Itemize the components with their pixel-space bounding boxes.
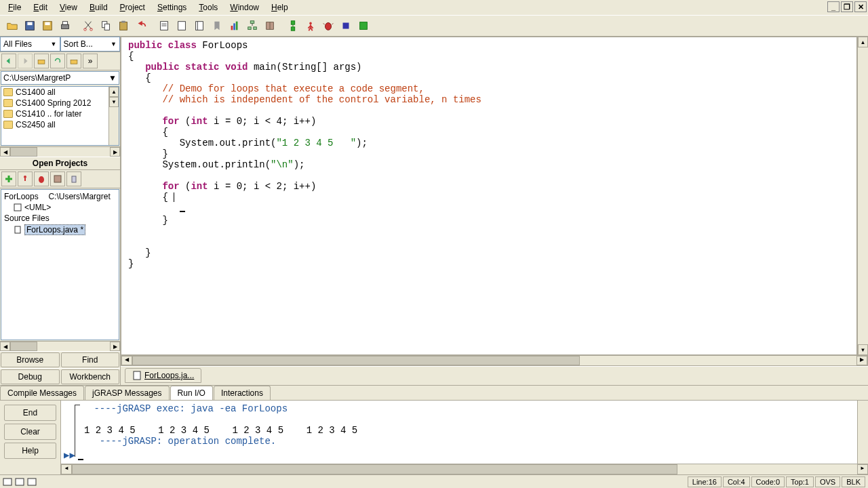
svg-rect-16 — [196, 22, 203, 30]
menu-build[interactable]: Build — [84, 1, 113, 14]
end-button[interactable]: End — [4, 405, 56, 421]
debug-button[interactable]: Debug — [1, 369, 60, 384]
folder-item[interactable]: CS2450 all — [1, 119, 119, 130]
nav-home-button[interactable] — [66, 54, 81, 68]
status-line: Line:16 — [688, 476, 722, 487]
folder-vscroll[interactable]: ▲▼ — [108, 87, 119, 145]
undo-icon[interactable] — [133, 18, 149, 34]
svg-rect-45 — [54, 176, 61, 182]
output-console[interactable]: ----jGRASP exec: java -ea ForLoops 1 2 3… — [61, 401, 868, 474]
book-icon[interactable] — [262, 18, 278, 34]
applet-icon[interactable] — [355, 18, 372, 34]
project-tree: ForLoops C:\Users\Margret <UML> Source F… — [1, 189, 119, 340]
uml-node[interactable]: <UML> — [3, 202, 117, 213]
bargraph-icon[interactable] — [226, 18, 243, 34]
editor-vscroll[interactable]: ▲▼ — [857, 37, 868, 355]
paste-icon[interactable] — [115, 18, 132, 34]
editor-hscroll[interactable]: ◀▶ — [121, 355, 868, 366]
tab-runio[interactable]: Run I/O — [170, 386, 213, 400]
proj-run-icon[interactable] — [18, 171, 33, 186]
svg-rect-39 — [360, 22, 368, 30]
svg-rect-27 — [291, 27, 294, 30]
debug-icon[interactable] — [320, 18, 336, 34]
code-editor[interactable]: public class ForLoops { public static vo… — [121, 37, 857, 355]
workbench-button[interactable]: Workbench — [61, 369, 120, 384]
bookmark-icon[interactable] — [209, 18, 225, 34]
save-icon[interactable] — [22, 18, 38, 34]
status-icon-1[interactable] — [3, 477, 14, 487]
new-file-icon[interactable] — [174, 18, 190, 34]
open-icon[interactable] — [4, 18, 20, 34]
open-projects-header: Open Projects — [0, 157, 120, 170]
source-file[interactable]: ForLoops.java * — [3, 224, 117, 236]
proj-debug-icon[interactable] — [34, 171, 49, 186]
svg-point-42 — [24, 176, 26, 178]
status-ovs: OVS — [815, 476, 840, 487]
svg-point-29 — [309, 22, 312, 25]
text-cursor — [180, 203, 185, 212]
nav-more-button[interactable]: » — [83, 54, 98, 68]
clear-button[interactable]: Clear — [4, 424, 56, 440]
menu-view[interactable]: View — [54, 1, 83, 14]
flowchart-icon[interactable] — [244, 18, 260, 34]
menu-file[interactable]: File — [3, 1, 26, 14]
run-icon[interactable] — [302, 18, 319, 34]
proj-jar-icon[interactable] — [66, 171, 81, 186]
nav-refresh-button[interactable] — [50, 54, 65, 68]
menu-help[interactable]: Help — [266, 1, 294, 14]
minimize-button[interactable]: _ — [827, 1, 840, 12]
status-col: Col:4 — [723, 476, 750, 487]
output-vscroll[interactable] — [857, 401, 868, 464]
tab-compile[interactable]: Compile Messages — [0, 386, 84, 400]
menu-project[interactable]: Project — [115, 1, 151, 14]
compile-icon[interactable] — [285, 18, 301, 34]
print-icon[interactable] — [57, 18, 73, 34]
menu-window[interactable]: Window — [224, 1, 264, 14]
svg-point-35 — [326, 23, 332, 30]
help-button[interactable]: Help — [4, 443, 56, 459]
folder-item[interactable]: CS1410 .. for later — [1, 108, 119, 119]
menu-edit[interactable]: Edit — [28, 1, 53, 14]
svg-rect-15 — [178, 22, 186, 30]
find-button[interactable]: Find — [61, 352, 120, 367]
sort-dropdown[interactable]: Sort B...▼ — [60, 37, 121, 52]
browse-button[interactable]: Browse — [1, 352, 60, 367]
bottom-tabs: Compile Messages jGRASP Messages Run I/O… — [0, 385, 868, 400]
nav-up-button[interactable] — [34, 54, 49, 68]
path-dropdown[interactable]: C:\Users\MargretP▼ — [1, 71, 119, 85]
svg-rect-41 — [71, 60, 77, 64]
nav-forward-button[interactable] — [18, 54, 33, 68]
project-root[interactable]: ForLoops C:\Users\Margret — [3, 191, 117, 202]
close-button[interactable]: ✕ — [854, 1, 867, 12]
output-hscroll[interactable]: ◀▶ — [61, 464, 868, 474]
cut-icon[interactable] — [80, 18, 96, 34]
folder-item[interactable]: CS1400 Spring 2012 — [1, 98, 119, 108]
tab-jgrasp[interactable]: jGRASP Messages — [85, 386, 170, 400]
window-controls: _ ❐ ✕ — [827, 1, 867, 12]
save-as-icon[interactable] — [39, 18, 56, 34]
csd-icon[interactable] — [156, 18, 172, 34]
svg-rect-11 — [121, 21, 125, 23]
svg-line-37 — [332, 23, 333, 24]
folder-hscroll[interactable]: ◀▶ — [0, 146, 120, 157]
menu-settings[interactable]: Settings — [152, 1, 192, 14]
menu-tools[interactable]: Tools — [193, 1, 223, 14]
file-tab[interactable]: ForLoops.ja... — [125, 368, 201, 383]
cube-icon[interactable] — [338, 18, 354, 34]
output-area: End Clear Help ----jGRASP exec: java -ea… — [0, 400, 868, 474]
tree-hscroll[interactable]: ◀▶ — [0, 341, 120, 351]
main-toolbar — [0, 16, 868, 37]
svg-rect-21 — [250, 21, 254, 24]
tab-interactions[interactable]: Interactions — [214, 386, 271, 400]
source-files-node[interactable]: Source Files — [3, 213, 117, 224]
folder-item[interactable]: CS1400 all — [1, 87, 119, 98]
status-icon-3[interactable] — [27, 477, 38, 487]
proj-add-icon[interactable] — [1, 171, 16, 186]
line-num-icon[interactable] — [191, 18, 208, 34]
restore-button[interactable]: ❐ — [841, 1, 853, 12]
file-filter-dropdown[interactable]: All Files▼ — [0, 37, 60, 52]
status-icon-2[interactable] — [15, 477, 26, 487]
copy-icon[interactable] — [98, 18, 114, 34]
nav-back-button[interactable] — [1, 54, 16, 68]
proj-book-icon[interactable] — [50, 171, 65, 186]
